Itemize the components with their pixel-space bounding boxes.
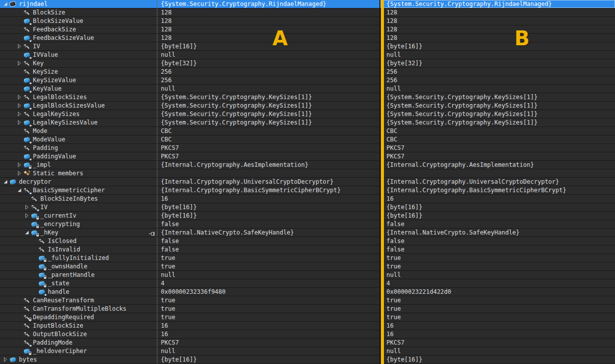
table-row[interactable]: ★ IVValue null null — [0, 51, 615, 59]
value-cell-a[interactable]: PKCS7 — [157, 144, 380, 152]
table-row[interactable]: LegalKeySizes {System.Security.Cryptogra… — [0, 110, 615, 119]
variable-name-cell[interactable]: CanTransformMultipleBlocks — [0, 305, 157, 313]
table-row[interactable]: _hKey {Internal.NativeCrypto.SafeKeyHand… — [0, 229, 615, 237]
variable-name-cell[interactable]: bytes — [0, 356, 157, 364]
value-cell-b[interactable]: 16 — [380, 322, 615, 330]
variable-name-cell[interactable]: IsClosed — [0, 237, 157, 245]
value-cell-b[interactable]: 0x0000023221d422d0 — [380, 288, 615, 296]
value-cell-a[interactable]: null — [157, 51, 380, 59]
table-row[interactable]: _state 4 4 — [0, 279, 615, 288]
variable-name-cell[interactable]: ★ PaddingValue — [0, 152, 157, 160]
value-cell-a[interactable]: {Internal.Cryptography.BasicSymmetricCip… — [157, 186, 380, 194]
value-cell-b[interactable]: null — [380, 85, 615, 93]
variable-name-cell[interactable]: KeySize — [0, 68, 157, 76]
value-cell-b[interactable]: 256 — [380, 76, 615, 84]
table-row[interactable]: CanTransformMultipleBlocks true true — [0, 305, 615, 313]
value-cell-b[interactable]: 16 — [380, 330, 615, 338]
value-cell-b[interactable]: {byte[16]} — [380, 203, 615, 211]
table-row[interactable]: _parentHandle null null — [0, 271, 615, 279]
variable-name-cell[interactable]: _state — [0, 279, 157, 287]
value-cell-b[interactable]: 4 — [380, 279, 615, 287]
variable-name-cell[interactable]: BlockSize — [0, 8, 157, 16]
variable-name-cell[interactable]: FeedbackSize — [0, 25, 157, 33]
value-cell-a[interactable]: null — [157, 347, 380, 355]
value-cell-a[interactable]: true — [157, 262, 380, 270]
value-cell-a[interactable]: PKCS7 — [157, 152, 380, 160]
variable-name-cell[interactable]: _fullyInitialized — [0, 254, 157, 262]
value-cell-a[interactable]: {byte[32]} — [157, 59, 380, 67]
value-cell-a[interactable]: 16 — [157, 330, 380, 338]
value-cell-b[interactable]: CBC — [380, 127, 615, 135]
table-row[interactable]: Mode CBC CBC — [0, 127, 615, 135]
variable-name-cell[interactable]: _ownsHandle — [0, 262, 157, 270]
value-cell-b[interactable]: true — [380, 313, 615, 321]
value-cell-a[interactable]: 0x00000232336f9480 — [157, 288, 380, 296]
table-row[interactable]: _encrypting false false — [0, 220, 615, 229]
value-cell-b[interactable]: PKCS7 — [380, 339, 615, 347]
value-cell-b[interactable]: 128 — [380, 8, 615, 16]
value-cell-a[interactable]: 256 — [157, 68, 380, 76]
variable-name-cell[interactable]: LegalBlockSizes — [0, 93, 157, 101]
table-row[interactable]: ★ KeySizeValue 256 256 — [0, 76, 615, 85]
expand-arrow-icon[interactable] — [16, 120, 23, 125]
expand-arrow-icon[interactable] — [23, 213, 30, 219]
value-cell-a[interactable]: 128 — [157, 17, 380, 25]
table-row[interactable]: ★ LegalBlockSizesValue {System.Security.… — [0, 102, 615, 110]
table-row[interactable]: _currentIv {byte[16]} {byte[16]} — [0, 212, 615, 220]
variable-name-cell[interactable]: _parentHandle — [0, 271, 157, 279]
value-cell-a[interactable]: false — [157, 245, 380, 253]
value-cell-a[interactable]: {System.Security.Cryptography.KeySizes[1… — [157, 93, 380, 101]
table-row[interactable]: Padding PKCS7 PKCS7 — [0, 144, 615, 152]
expand-arrow-icon[interactable] — [16, 43, 23, 49]
expand-arrow-icon[interactable] — [16, 111, 23, 117]
table-row[interactable]: ★ PaddingValue PKCS7 PKCS7 — [0, 152, 615, 161]
variable-name-cell[interactable]: Key — [0, 59, 157, 67]
collapse-arrow-icon[interactable] — [16, 187, 23, 193]
value-cell-a[interactable]: 128 — [157, 8, 380, 16]
table-row[interactable]: OutputBlockSize 16 16 — [0, 330, 615, 339]
variable-name-cell[interactable]: Static members — [0, 169, 157, 177]
value-cell-b[interactable]: {byte[32]} — [380, 59, 615, 67]
variable-name-cell[interactable]: OutputBlockSize — [0, 330, 157, 338]
value-cell-a[interactable]: {byte[16]} — [157, 356, 380, 364]
table-row[interactable]: ★ PaddingMode PKCS7 PKCS7 — [0, 339, 615, 347]
value-cell-a[interactable]: 128 — [157, 34, 380, 42]
value-cell-a[interactable]: true — [157, 296, 380, 304]
value-cell-b[interactable]: true — [380, 296, 615, 304]
value-cell-a[interactable]: false — [157, 237, 380, 245]
value-cell-a[interactable]: PKCS7 — [157, 339, 380, 347]
value-cell-b[interactable]: 128 — [380, 17, 615, 25]
value-cell-b[interactable]: true — [380, 305, 615, 313]
table-row[interactable]: DepaddingRequired true true — [0, 313, 615, 322]
table-row[interactable]: _fullyInitialized true true — [0, 254, 615, 262]
expand-arrow-icon[interactable] — [16, 162, 23, 168]
value-cell-b[interactable]: {Internal.Cryptography.UniversalCryptoDe… — [380, 178, 615, 186]
variable-name-cell[interactable]: ★ FeedbackSizeValue — [0, 34, 157, 42]
value-cell-a[interactable]: 256 — [157, 76, 380, 84]
value-cell-a[interactable]: {Internal.Cryptography.UniversalCryptoDe… — [157, 178, 380, 186]
table-row[interactable]: CanReuseTransform true true — [0, 296, 615, 305]
value-cell-a[interactable]: 16 — [157, 195, 380, 203]
value-cell-b[interactable]: 16 — [380, 195, 615, 203]
table-row[interactable]: IsClosed false false — [0, 237, 615, 245]
table-row[interactable]: InputBlockSize 16 16 — [0, 322, 615, 330]
variable-name-cell[interactable]: ★ KeySizeValue — [0, 76, 157, 84]
value-cell-a[interactable]: null — [157, 85, 380, 93]
variable-name-cell[interactable]: IV — [0, 42, 157, 50]
value-cell-b[interactable]: false — [380, 220, 615, 228]
value-cell-a[interactable]: {byte[16]} — [157, 42, 380, 50]
table-row[interactable]: ★ LegalKeySizesValue {System.Security.Cr… — [0, 119, 615, 127]
variable-name-cell[interactable]: ★ handle — [0, 288, 157, 296]
value-cell-a[interactable]: {System.Security.Cryptography.KeySizes[1… — [157, 102, 380, 110]
variable-name-cell[interactable]: _impl — [0, 161, 157, 169]
value-cell-a[interactable]: {Internal.Cryptography.AesImplementation… — [157, 161, 380, 169]
table-row[interactable]: ★ BlockSizeValue 128 128 — [0, 17, 615, 25]
variable-name-cell[interactable]: _currentIv — [0, 212, 157, 220]
variable-name-cell[interactable]: decryptor — [0, 178, 157, 186]
expand-arrow-icon[interactable] — [2, 357, 9, 363]
table-row[interactable]: KeySize 256 256 — [0, 68, 615, 76]
value-cell-b[interactable]: {System.Security.Cryptography.KeySizes[1… — [380, 119, 615, 126]
table-row[interactable]: bytes {byte[16]} {byte[16]} — [0, 356, 615, 364]
expand-arrow-icon[interactable] — [16, 103, 23, 109]
value-cell-a[interactable]: false — [157, 220, 380, 228]
